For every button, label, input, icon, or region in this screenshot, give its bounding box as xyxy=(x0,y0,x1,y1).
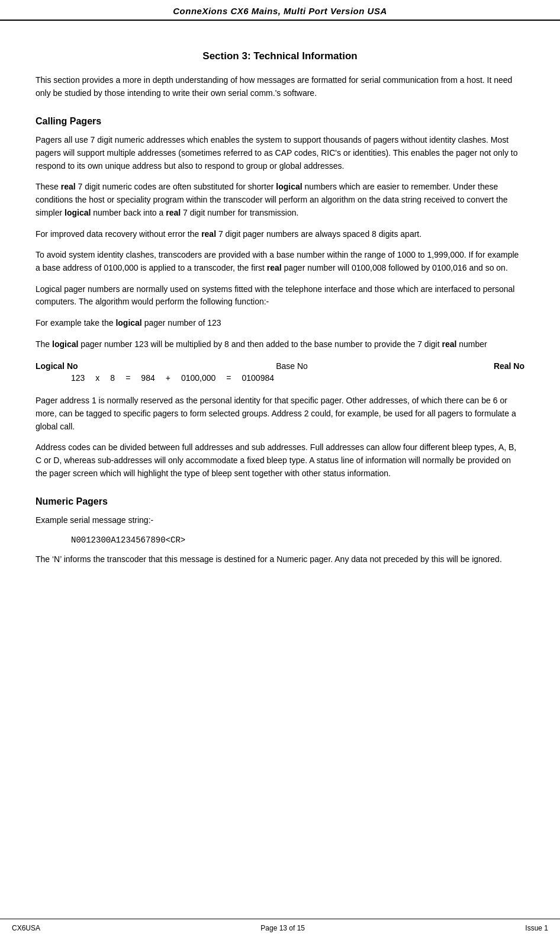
formula-header-logical: Logical No xyxy=(36,361,154,371)
para7-real: real xyxy=(442,339,456,349)
formula-op4: = xyxy=(226,373,231,383)
footer-center: Page 13 of 15 xyxy=(260,924,305,932)
pagers-para8: Pager address 1 is normally reserved as … xyxy=(36,394,524,433)
header-title: ConneXions CX6 Mains, Multi Port Version… xyxy=(173,6,387,16)
para2-real2: real xyxy=(166,208,181,217)
pagers-para3: For improved data recovery without error… xyxy=(36,228,524,241)
formula-header-real: Real No xyxy=(430,361,524,371)
pagers-para6: For example take the logical pager numbe… xyxy=(36,317,524,330)
para2-logical2: logical xyxy=(65,208,91,217)
pagers-para7: The logical pager number 123 will be mul… xyxy=(36,338,524,351)
para3-start: For improved data recovery without error… xyxy=(36,229,201,239)
para7-end: pager number 123 will be multiplied by 8… xyxy=(78,339,442,349)
para6-logical: logical xyxy=(115,318,141,328)
para6-start: For example take the xyxy=(36,318,115,328)
page-footer: CX6USA Page 13 of 15 Issue 1 xyxy=(0,919,560,937)
para2-mid3: number back into a xyxy=(91,208,166,217)
para2-real1: real xyxy=(61,182,76,191)
formula-val3: 984 xyxy=(141,373,155,383)
para7-start: The xyxy=(36,339,52,349)
formula-val1: 123 xyxy=(71,373,85,383)
formula-calculation-row: 123 x 8 = 984 + 0100,000 = 0100984 xyxy=(36,373,524,383)
numeric-para2: The ‘N’ informs the transcoder that this… xyxy=(36,553,524,566)
pagers-para2: These real 7 digit numeric codes are oft… xyxy=(36,181,524,219)
formula-header-base: Base No xyxy=(154,361,430,371)
para2-mid1: 7 digit numeric codes are often substitu… xyxy=(76,182,276,191)
formula-op3: + xyxy=(166,373,170,383)
section-title: Section 3: Technical Information xyxy=(36,50,524,62)
pagers-para1: Pagers all use 7 digit numeric addresses… xyxy=(36,134,524,172)
para4-real: real xyxy=(267,263,282,272)
page-header: ConneXions CX6 Mains, Multi Port Version… xyxy=(0,0,560,21)
para6-end: pager number of 123 xyxy=(142,318,221,328)
footer-left: CX6USA xyxy=(12,924,40,932)
intro-paragraph: This section provides a more in depth un… xyxy=(36,74,524,100)
formula-val2: 8 xyxy=(110,373,115,383)
numeric-para1: Example serial message string:- xyxy=(36,514,524,527)
para3-real: real xyxy=(201,229,216,239)
para7-logical: logical xyxy=(52,339,78,349)
para3-end: 7 digit pager numbers are always spaced … xyxy=(216,229,421,239)
page: ConneXions CX6 Mains, Multi Port Version… xyxy=(0,0,560,937)
calling-pagers-heading: Calling Pagers xyxy=(36,116,524,127)
example-code: N0012300A1234567890<CR> xyxy=(71,535,524,545)
para7-real-end: number xyxy=(456,339,487,349)
numeric-pagers-heading: Numeric Pagers xyxy=(36,496,524,507)
formula-val4: 0100,000 xyxy=(181,373,215,383)
formula-op1: x xyxy=(95,373,99,383)
formula-val5: 0100984 xyxy=(242,373,274,383)
para2-logical1: logical xyxy=(276,182,302,191)
main-content: Section 3: Technical Information This se… xyxy=(0,21,560,919)
footer-right: Issue 1 xyxy=(525,924,548,932)
pagers-para9: Address codes can be divided between ful… xyxy=(36,441,524,480)
pagers-para4: To avoid system identity clashes, transc… xyxy=(36,249,524,274)
pagers-para5: Logical pager numbers are normally used … xyxy=(36,283,524,309)
para2-end: 7 digit number for transmission. xyxy=(181,208,298,217)
para2-start: These xyxy=(36,182,61,191)
formula-header: Logical No Base No Real No xyxy=(36,361,524,371)
formula-op2: = xyxy=(125,373,130,383)
